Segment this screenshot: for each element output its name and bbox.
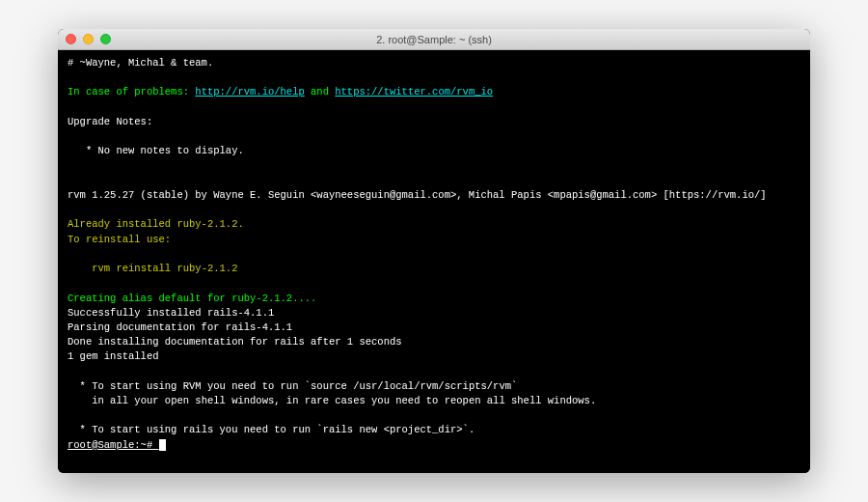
no-notes-line: * No new notes to display. xyxy=(68,145,244,156)
parsing-doc-line: Parsing documentation for rails-4.1.1 xyxy=(68,321,292,333)
done-doc-line: Done installing documentation for rails … xyxy=(68,336,402,348)
start-rails-line: * To start using rails you need to run `… xyxy=(68,424,475,435)
traffic-lights xyxy=(66,34,111,44)
minimize-icon[interactable] xyxy=(83,34,94,44)
close-icon[interactable] xyxy=(66,34,76,44)
rvm-version-line: rvm 1.25.27 (stable) by Wayne E. Seguin … xyxy=(68,189,767,201)
problems-label: In case of problems: xyxy=(68,86,195,98)
maximize-icon[interactable] xyxy=(100,34,111,44)
prompt: root@Sample:~# xyxy=(68,439,159,451)
upgrade-notes-heading: Upgrade Notes: xyxy=(68,116,152,127)
reinstall-cmd-line: rvm reinstall ruby-2.1.2 xyxy=(68,263,237,274)
help-link[interactable]: http://rvm.io/help xyxy=(195,86,304,98)
gem-installed-line: 1 gem installed xyxy=(68,350,159,362)
rails-installed-line: Successfully installed rails-4.1.1 xyxy=(68,307,274,319)
creating-alias-line: Creating alias default for ruby-2.1.2...… xyxy=(68,293,316,304)
and-text: and xyxy=(305,86,336,98)
window-title: 2. root@Sample: ~ (ssh) xyxy=(58,34,810,45)
terminal-content[interactable]: # ~Wayne, Michal & team. In case of prob… xyxy=(58,50,810,473)
start-rvm-line2: in all your open shell windows, in rare … xyxy=(68,395,596,406)
start-rvm-line: * To start using RVM you need to run `so… xyxy=(68,380,517,392)
twitter-link[interactable]: https://twitter.com/rvm_io xyxy=(335,86,493,98)
cursor-icon xyxy=(159,439,166,451)
already-installed-line: Already installed ruby-2.1.2. xyxy=(68,218,244,230)
comment-line: # ~Wayne, Michal & team. xyxy=(68,57,213,69)
titlebar: 2. root@Sample: ~ (ssh) xyxy=(58,29,810,50)
terminal-window: 2. root@Sample: ~ (ssh) # ~Wayne, Michal… xyxy=(58,29,810,473)
to-reinstall-line: To reinstall use: xyxy=(68,234,171,245)
